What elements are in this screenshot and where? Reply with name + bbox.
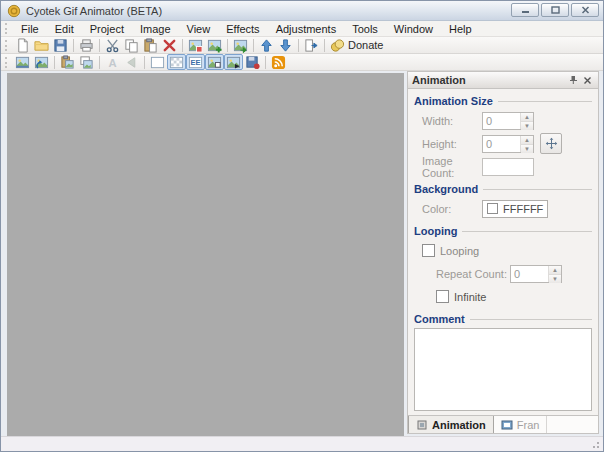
checkerboard-view-button[interactable] [167,54,186,70]
cut-button[interactable] [103,37,122,53]
height-spinner[interactable]: 0 ▲▼ [482,135,534,153]
frame-image-icon [15,55,30,70]
maximize-button[interactable] [541,3,569,17]
insert-image-button[interactable] [205,37,224,53]
panel-close-button[interactable] [580,74,594,87]
menu-item-adjustments[interactable]: Adjustments [268,22,345,36]
toolbar-separator [54,56,55,69]
menu-item-project[interactable]: Project [82,22,132,36]
height-spin-up-icon[interactable]: ▲ [521,136,533,144]
comment-textarea[interactable] [414,328,592,411]
pin-icon [568,75,578,85]
menu-item-file[interactable]: File [13,22,47,36]
infinite-checkbox[interactable] [436,290,449,303]
copy-button[interactable] [122,37,141,53]
repeat-count-value[interactable]: 0 [511,266,548,282]
news-feed-button[interactable] [269,54,288,70]
looping-checkbox[interactable] [422,244,435,257]
menu-item-tools[interactable]: Tools [344,22,386,36]
animation-panel: Animation Animation Size Width: 0 ▲ [407,71,599,434]
tab-label: Fran [517,419,540,431]
new-page-icon [15,38,30,53]
svg-text:EE: EE [190,58,200,67]
resize-grip-icon[interactable] [590,439,601,450]
preview-pane-button[interactable] [205,54,224,70]
save-session-button[interactable] [243,54,262,70]
background-color-picker[interactable]: FFFFFF [482,200,548,218]
paste-clipboard-icon [143,38,158,53]
panel-body: Animation Size Width: 0 ▲▼ Height: 0 ▲▼ [408,89,598,415]
resize-button[interactable] [540,133,562,154]
height-spin-down-icon[interactable]: ▼ [521,144,533,153]
repeat-spin-up-icon[interactable]: ▲ [549,266,561,274]
menu-item-window[interactable]: Window [386,22,441,36]
pin-button[interactable] [566,74,580,87]
statusbar [1,436,603,451]
copy-frame-button[interactable] [77,54,96,70]
width-spin-up-icon[interactable]: ▲ [521,113,533,121]
revert-image-button[interactable] [32,54,51,70]
menu-item-effects[interactable]: Effects [218,22,267,36]
toolbar-separator [99,56,100,69]
donate-button[interactable]: Donate [328,37,388,53]
toolbar-main-grip [5,40,10,51]
add-image-button[interactable] [186,37,205,53]
toolbar-main: Donate [1,37,603,54]
frames-pane-icon [226,55,241,70]
toolbar-separator [298,39,299,52]
previous-frame-button [122,54,141,70]
frame-image-button[interactable] [13,54,32,70]
printer-icon [79,38,94,53]
donate-label: Donate [348,39,386,51]
tab-fran[interactable]: Fran [494,416,548,433]
section-animation-size: Animation Size [414,95,592,107]
copy-frame-icon [79,55,94,70]
image-add-icon [188,38,203,53]
plain-view-button[interactable] [148,54,167,70]
repeat-count-spinner[interactable]: 0 ▲▼ [510,265,562,283]
tab-animation[interactable]: Animation [408,416,494,433]
panel-close-icon [583,76,592,85]
section-background: Background [414,183,592,195]
section-background-title: Background [414,183,478,195]
width-spinner[interactable]: 0 ▲▼ [482,112,534,130]
toolbar-view: AEE [1,54,603,71]
move-up-button[interactable] [257,37,276,53]
delete-x-icon [162,38,177,53]
menu-item-help[interactable]: Help [441,22,480,36]
image-count-field[interactable] [482,158,534,176]
menu-item-view[interactable]: View [179,22,219,36]
frames-pane-button[interactable] [224,54,243,70]
menu-item-image[interactable]: Image [132,22,179,36]
new-button[interactable] [13,37,32,53]
looping-checkbox-row: Looping [414,240,592,261]
blank-view-icon [150,55,165,70]
grid-view-button[interactable]: EE [186,54,205,70]
repeat-spin-down-icon[interactable]: ▼ [549,274,561,283]
print-button[interactable] [77,37,96,53]
minimize-button[interactable] [511,3,539,17]
extract-frames-button[interactable] [302,37,321,53]
toolbar-separator [265,56,266,69]
image-count-label: Image Count: [422,155,482,179]
open-button[interactable] [32,37,51,53]
menu-item-edit[interactable]: Edit [47,22,82,36]
paste-frame-button[interactable] [58,54,77,70]
open-folder-icon [34,38,49,53]
frames-tab-icon [501,419,513,431]
width-row: Width: 0 ▲▼ [414,110,592,131]
export-image-button[interactable] [231,37,250,53]
paste-button[interactable] [141,37,160,53]
infinite-checkbox-row: Infinite [414,286,592,307]
section-looping: Looping [414,225,592,237]
height-label: Height: [422,138,482,150]
save-button[interactable] [51,37,70,53]
move-down-button[interactable] [276,37,295,53]
delete-button[interactable] [160,37,179,53]
height-value[interactable]: 0 [483,136,520,152]
width-spin-down-icon[interactable]: ▼ [521,121,533,130]
color-hex-value: FFFFFF [503,203,543,215]
width-value[interactable]: 0 [483,113,520,129]
arrow-up-icon [259,38,274,53]
close-button[interactable] [571,3,599,17]
